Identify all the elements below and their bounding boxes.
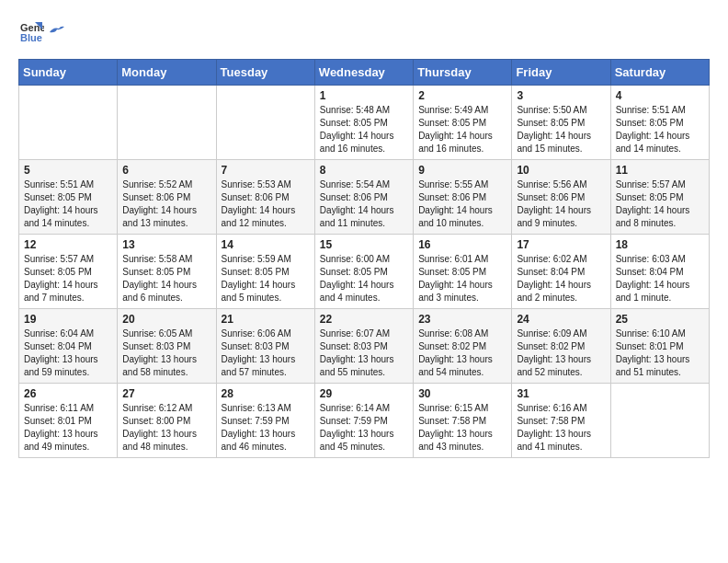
day-number: 18 — [616, 238, 704, 251]
calendar-cell: 10Sunrise: 5:56 AM Sunset: 8:06 PM Dayli… — [512, 160, 610, 235]
calendar-cell: 7Sunrise: 5:53 AM Sunset: 8:06 PM Daylig… — [216, 160, 314, 235]
day-number: 1 — [320, 89, 408, 102]
calendar-cell — [216, 86, 314, 160]
day-info: Sunrise: 5:57 AM Sunset: 8:05 PM Dayligh… — [616, 178, 704, 230]
day-number: 24 — [517, 313, 605, 326]
day-number: 26 — [24, 387, 112, 400]
day-number: 5 — [24, 164, 112, 177]
day-info: Sunrise: 5:51 AM Sunset: 8:05 PM Dayligh… — [24, 178, 112, 230]
calendar-cell: 19Sunrise: 6:04 AM Sunset: 8:04 PM Dayli… — [19, 309, 118, 384]
day-info: Sunrise: 5:54 AM Sunset: 8:06 PM Dayligh… — [320, 178, 408, 230]
day-number: 29 — [320, 387, 408, 400]
calendar-cell: 24Sunrise: 6:09 AM Sunset: 8:02 PM Dayli… — [512, 309, 610, 384]
day-number: 28 — [222, 387, 310, 400]
calendar-week-row: 19Sunrise: 6:04 AM Sunset: 8:04 PM Dayli… — [19, 309, 710, 384]
day-info: Sunrise: 6:11 AM Sunset: 8:01 PM Dayligh… — [24, 402, 112, 454]
day-number: 15 — [320, 238, 408, 251]
day-info: Sunrise: 6:03 AM Sunset: 8:04 PM Dayligh… — [616, 253, 704, 304]
calendar-cell: 27Sunrise: 6:12 AM Sunset: 8:00 PM Dayli… — [118, 384, 216, 458]
day-number: 31 — [517, 387, 605, 400]
calendar-cell: 13Sunrise: 5:58 AM Sunset: 8:05 PM Dayli… — [118, 235, 216, 309]
logo-bird-icon — [48, 25, 64, 38]
day-number: 19 — [24, 313, 112, 326]
day-number: 7 — [222, 164, 310, 177]
calendar-cell: 6Sunrise: 5:52 AM Sunset: 8:06 PM Daylig… — [118, 160, 216, 235]
calendar-cell: 21Sunrise: 6:06 AM Sunset: 8:03 PM Dayli… — [216, 309, 314, 384]
day-info: Sunrise: 5:59 AM Sunset: 8:05 PM Dayligh… — [222, 253, 310, 304]
weekday-header-sunday: Sunday — [19, 60, 118, 86]
calendar-cell: 16Sunrise: 6:01 AM Sunset: 8:05 PM Dayli… — [414, 235, 512, 309]
weekday-header-monday: Monday — [118, 60, 216, 86]
day-info: Sunrise: 5:50 AM Sunset: 8:05 PM Dayligh… — [517, 104, 605, 155]
page-header: General Blue — [18, 18, 710, 44]
day-info: Sunrise: 6:13 AM Sunset: 7:59 PM Dayligh… — [222, 402, 310, 454]
day-info: Sunrise: 6:05 AM Sunset: 8:03 PM Dayligh… — [122, 327, 210, 379]
calendar-cell — [19, 86, 118, 160]
day-number: 30 — [418, 387, 506, 400]
weekday-header-row: SundayMondayTuesdayWednesdayThursdayFrid… — [19, 60, 710, 86]
svg-text:Blue: Blue — [20, 32, 42, 43]
day-info: Sunrise: 6:00 AM Sunset: 8:05 PM Dayligh… — [320, 253, 408, 304]
calendar-week-row: 5Sunrise: 5:51 AM Sunset: 8:05 PM Daylig… — [19, 160, 710, 235]
calendar-cell: 1Sunrise: 5:48 AM Sunset: 8:05 PM Daylig… — [314, 86, 413, 160]
calendar-cell: 8Sunrise: 5:54 AM Sunset: 8:06 PM Daylig… — [314, 160, 413, 235]
day-info: Sunrise: 6:06 AM Sunset: 8:03 PM Dayligh… — [222, 327, 310, 379]
calendar-cell — [118, 86, 216, 160]
day-info: Sunrise: 5:57 AM Sunset: 8:05 PM Dayligh… — [24, 253, 112, 304]
day-number: 3 — [517, 89, 605, 102]
day-number: 17 — [517, 238, 605, 251]
calendar-cell: 9Sunrise: 5:55 AM Sunset: 8:06 PM Daylig… — [414, 160, 512, 235]
calendar-cell: 15Sunrise: 6:00 AM Sunset: 8:05 PM Dayli… — [314, 235, 413, 309]
weekday-header-tuesday: Tuesday — [216, 60, 314, 86]
weekday-header-wednesday: Wednesday — [314, 60, 413, 86]
day-info: Sunrise: 6:01 AM Sunset: 8:05 PM Dayligh… — [418, 253, 506, 304]
calendar-cell: 17Sunrise: 6:02 AM Sunset: 8:04 PM Dayli… — [512, 235, 610, 309]
calendar-cell: 12Sunrise: 5:57 AM Sunset: 8:05 PM Dayli… — [19, 235, 118, 309]
day-number: 27 — [122, 387, 210, 400]
calendar-cell: 22Sunrise: 6:07 AM Sunset: 8:03 PM Dayli… — [314, 309, 413, 384]
calendar-cell: 23Sunrise: 6:08 AM Sunset: 8:02 PM Dayli… — [414, 309, 512, 384]
calendar-cell: 28Sunrise: 6:13 AM Sunset: 7:59 PM Dayli… — [216, 384, 314, 458]
calendar-cell: 26Sunrise: 6:11 AM Sunset: 8:01 PM Dayli… — [19, 384, 118, 458]
day-info: Sunrise: 6:16 AM Sunset: 7:58 PM Dayligh… — [517, 402, 605, 454]
day-number: 21 — [222, 313, 310, 326]
calendar-cell: 2Sunrise: 5:49 AM Sunset: 8:05 PM Daylig… — [414, 86, 512, 160]
calendar-cell: 25Sunrise: 6:10 AM Sunset: 8:01 PM Dayli… — [610, 309, 709, 384]
calendar-cell: 18Sunrise: 6:03 AM Sunset: 8:04 PM Dayli… — [610, 235, 709, 309]
day-number: 9 — [418, 164, 506, 177]
day-info: Sunrise: 6:10 AM Sunset: 8:01 PM Dayligh… — [616, 327, 704, 379]
day-number: 12 — [24, 238, 112, 251]
calendar-cell: 11Sunrise: 5:57 AM Sunset: 8:05 PM Dayli… — [610, 160, 709, 235]
day-number: 11 — [616, 164, 704, 177]
day-number: 2 — [418, 89, 506, 102]
day-number: 25 — [616, 313, 704, 326]
day-info: Sunrise: 6:08 AM Sunset: 8:02 PM Dayligh… — [418, 327, 506, 379]
calendar-week-row: 12Sunrise: 5:57 AM Sunset: 8:05 PM Dayli… — [19, 235, 710, 309]
calendar-week-row: 26Sunrise: 6:11 AM Sunset: 8:01 PM Dayli… — [19, 384, 710, 458]
day-info: Sunrise: 6:12 AM Sunset: 8:00 PM Dayligh… — [122, 402, 210, 454]
day-number: 23 — [418, 313, 506, 326]
day-info: Sunrise: 6:07 AM Sunset: 8:03 PM Dayligh… — [320, 327, 408, 379]
day-info: Sunrise: 6:15 AM Sunset: 7:58 PM Dayligh… — [418, 402, 506, 454]
calendar-cell: 14Sunrise: 5:59 AM Sunset: 8:05 PM Dayli… — [216, 235, 314, 309]
day-info: Sunrise: 5:49 AM Sunset: 8:05 PM Dayligh… — [418, 104, 506, 155]
day-info: Sunrise: 5:58 AM Sunset: 8:05 PM Dayligh… — [122, 253, 210, 304]
calendar-week-row: 1Sunrise: 5:48 AM Sunset: 8:05 PM Daylig… — [19, 86, 710, 160]
calendar-cell: 31Sunrise: 6:16 AM Sunset: 7:58 PM Dayli… — [512, 384, 610, 458]
day-info: Sunrise: 6:14 AM Sunset: 7:59 PM Dayligh… — [320, 402, 408, 454]
day-info: Sunrise: 5:56 AM Sunset: 8:06 PM Dayligh… — [517, 178, 605, 230]
day-number: 16 — [418, 238, 506, 251]
calendar-cell: 3Sunrise: 5:50 AM Sunset: 8:05 PM Daylig… — [512, 86, 610, 160]
weekday-header-saturday: Saturday — [610, 60, 709, 86]
day-number: 6 — [122, 164, 210, 177]
day-number: 22 — [320, 313, 408, 326]
logo: General Blue — [18, 18, 66, 44]
calendar-cell: 30Sunrise: 6:15 AM Sunset: 7:58 PM Dayli… — [414, 384, 512, 458]
day-info: Sunrise: 5:51 AM Sunset: 8:05 PM Dayligh… — [616, 104, 704, 155]
weekday-header-friday: Friday — [512, 60, 610, 86]
day-info: Sunrise: 5:48 AM Sunset: 8:05 PM Dayligh… — [320, 104, 408, 155]
day-number: 14 — [222, 238, 310, 251]
calendar-cell: 20Sunrise: 6:05 AM Sunset: 8:03 PM Dayli… — [118, 309, 216, 384]
calendar-table: SundayMondayTuesdayWednesdayThursdayFrid… — [18, 59, 710, 458]
day-number: 8 — [320, 164, 408, 177]
